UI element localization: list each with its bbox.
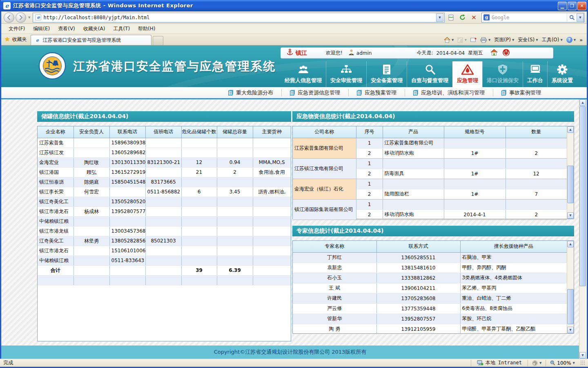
tools-menu-button[interactable]: 工具(O)▼ <box>542 36 563 43</box>
cell: 袁新忠 <box>293 263 376 273</box>
favorites-button[interactable]: ★ 收藏夹 <box>1 36 31 45</box>
submenu-item-1[interactable]: 应急资源信息管理 <box>281 89 348 96</box>
table-row[interactable]: 江苏镇江发13605289682 <box>38 148 291 157</box>
compatibility-view-button[interactable] <box>446 13 456 22</box>
nav-item-magnifier[interactable]: 自查与督查管理 <box>407 61 452 87</box>
table-row[interactable]: 江苏索普集15896380938 <box>38 138 291 148</box>
table-row[interactable]: 严云修137753594486类毒害品、8类腐蚀品 <box>293 303 567 314</box>
menu-item-5[interactable]: 帮助(H) <box>134 24 159 34</box>
table-row[interactable]: 金海宏业陶红暾1301301133083121300-21120.94MMA,M… <box>38 157 291 167</box>
help-button[interactable]: ?▼ <box>566 37 576 43</box>
close-button[interactable]: ✕ <box>577 2 586 10</box>
search-box[interactable]: g Google ▼ <box>481 13 584 22</box>
table-row[interactable]: 镇江港国顾弘13615272919212食用油,食用 <box>38 167 291 177</box>
maximize-button[interactable]: ❐ <box>568 2 577 10</box>
search-button[interactable] <box>567 13 577 22</box>
scroll-down-button[interactable]: ▼ <box>567 327 574 333</box>
table-row[interactable]: 镇江市港龙石15106101006 <box>38 246 291 256</box>
search-dropdown-button[interactable]: ▼ <box>577 13 584 22</box>
nav-item-sitemap[interactable]: 安全审批管理 <box>326 61 366 87</box>
submenu-item-3[interactable]: 应急培训、演练和演习管理 <box>405 89 493 96</box>
page-scrollbar[interactable]: ▲ ▼ <box>579 99 586 359</box>
search-placeholder: Google <box>492 15 567 20</box>
minimize-button[interactable]: ▁ <box>558 2 567 10</box>
nav-item-document[interactable]: 安全备案管理 <box>366 61 407 87</box>
table-row[interactable]: 金海宏业（镇江）石化1 <box>293 179 567 189</box>
submenu-item-0[interactable]: 重大危险源分布 <box>220 89 281 96</box>
cell: 镇江市港龙石 <box>38 206 74 216</box>
table-row[interactable]: 镇江市港龙石杨成林13952807577 <box>38 206 291 216</box>
submenu-item-4[interactable]: 事故案例管理 <box>493 89 549 96</box>
nav-item-people[interactable]: 经营人信息管理 <box>281 61 326 87</box>
cell: 1 <box>356 199 383 209</box>
protected-mode-button[interactable]: ▼ <box>528 360 546 366</box>
cell <box>74 197 109 206</box>
sitemap-icon <box>340 63 352 76</box>
scroll-thumb[interactable] <box>567 166 574 203</box>
table-row[interactable]: 中储粮镇江粮0511-833643 <box>38 256 291 265</box>
cell: MMA,MO,S <box>253 157 291 167</box>
table-row[interactable]: 镇江恒泰沥陈炳庭1585045154883173665 <box>38 177 291 187</box>
experts-scrollbar[interactable]: ▲ ▼ <box>567 241 574 333</box>
menu-item-4[interactable]: 工具(T) <box>109 24 134 34</box>
table-row[interactable]: 许建民13705283608重油、白蜡油、丁二烯 <box>293 293 567 303</box>
home-shortcut-button[interactable] <box>490 49 498 57</box>
scroll-thumb[interactable] <box>567 289 574 324</box>
url-field[interactable]: e http://localhost:8080/yjpt/Main.html ▼ <box>33 13 445 22</box>
nav-item-gear[interactable]: 系统设置 <box>547 61 577 87</box>
refresh-button[interactable] <box>457 13 468 22</box>
scroll-up-button[interactable]: ▲ <box>567 241 574 247</box>
table-row[interactable]: 中储粮镇江粮 <box>38 216 291 226</box>
home-button[interactable]: ▼ <box>444 37 454 43</box>
column-header: 序号 <box>356 126 383 138</box>
url-dropdown-button[interactable]: ▼ <box>436 13 443 22</box>
table-row[interactable]: 江苏镇江发电有限公司1 <box>293 158 567 168</box>
overflow-chevron[interactable]: » <box>579 37 583 43</box>
nav-item-shield[interactable]: 港口设施保安 <box>482 61 523 87</box>
table-row[interactable]: 合计396.39 <box>38 265 291 275</box>
logout-button[interactable] <box>502 49 510 58</box>
table-row[interactable]: 镇江港国际集装箱有限公司1 <box>293 199 567 209</box>
stop-button[interactable]: ✕ <box>469 13 479 22</box>
table-row[interactable]: 江奇美化工林坚勇1380528285685021303 <box>38 236 291 246</box>
favorites-label: 收藏夹 <box>12 36 27 43</box>
table-row[interactable]: 镇江市港龙镇13003457368 <box>38 226 291 236</box>
history-dropdown[interactable]: ▼ <box>28 16 30 19</box>
table-row[interactable]: 王 斌13906104211苯乙烯、甲基丙 <box>293 283 567 293</box>
cell: 13705283608 <box>376 293 460 303</box>
table-row[interactable]: 江苏索普集团有限公司1江苏索普集团有限公司 <box>293 138 567 148</box>
zoom-control[interactable]: 100% ▼ <box>546 360 579 366</box>
scroll-up-button[interactable]: ▲ <box>579 99 586 106</box>
scroll-down-button[interactable]: ▼ <box>579 352 586 359</box>
feeds-button[interactable]: ▼ <box>457 37 466 43</box>
new-tab-button[interactable] <box>153 36 163 45</box>
cell: 13003457368 <box>109 226 145 236</box>
table-row[interactable]: 袁新忠13815481610甲醇、异丙醇、丙酮 <box>293 263 567 273</box>
read-mail-button[interactable] <box>470 38 477 43</box>
safety-menu-button[interactable]: 安全(S)▼ <box>518 36 538 43</box>
cell: 2 <box>356 189 383 199</box>
table-row[interactable]: 陶 勇13912105959甲缩醛、甲基异丁基酮、乙酸乙酯 <box>293 324 567 334</box>
back-button[interactable] <box>4 12 14 23</box>
menu-item-3[interactable]: 收藏夹(A) <box>79 24 109 34</box>
print-button[interactable]: ▼ <box>480 37 490 43</box>
scroll-up-button[interactable]: ▲ <box>567 126 574 133</box>
scroll-down-button[interactable]: ▼ <box>567 212 574 219</box>
table-row[interactable]: 镇江李长荣何雪宏0511-85688263.45沥青,燃料油, <box>38 187 291 197</box>
submenu-item-2[interactable]: 应急预案管理 <box>348 89 405 96</box>
menu-item-2[interactable]: 查看(V) <box>54 24 79 34</box>
table-row[interactable]: 石小玉133388128623类易燃液体、4类易燃固体 <box>293 273 567 283</box>
page-menu-button[interactable]: 页面(P)▼ <box>494 36 514 43</box>
forward-button[interactable] <box>16 12 26 23</box>
menu-item-0[interactable]: 文件(F) <box>4 24 29 34</box>
supplies-scrollbar[interactable]: ▲ ▼ <box>567 126 574 219</box>
table-row[interactable]: 镇江奇美化工13505280520 <box>38 197 291 206</box>
nav-item-workbench[interactable]: 工作台 <box>523 61 547 87</box>
nav-item-warning[interactable]: 应急管理 <box>452 61 482 87</box>
scroll-thumb[interactable] <box>579 106 586 286</box>
resize-grip[interactable] <box>581 361 586 366</box>
tab-active[interactable]: e 江苏省港口安全监管与应急管理系统 <box>31 35 151 45</box>
table-row[interactable]: 管新华13952807557苯胺、环己烷 <box>293 314 567 324</box>
menu-item-1[interactable]: 编辑(E) <box>29 24 54 34</box>
table-row[interactable]: 丁邦红13605285511石脑油、甲苯 <box>293 252 567 263</box>
